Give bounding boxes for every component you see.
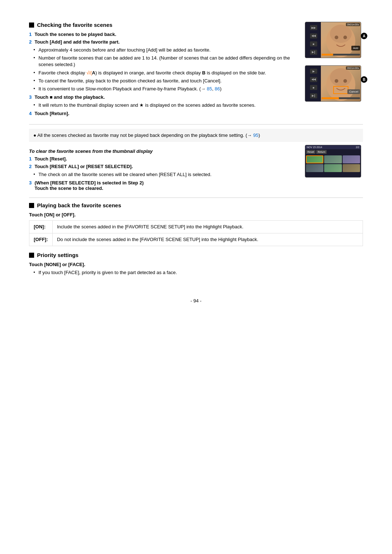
playing-touch-label: Touch [ON] or [OFF]. (29, 212, 363, 217)
step-3-text: Touch ■ and stop the playback. (34, 94, 105, 100)
progress-fill-a (322, 54, 333, 56)
cancel-btn-b: Cancel (347, 89, 360, 94)
page-content: Checking the favorite scenes 1 Touch the… (29, 22, 363, 304)
clear-step-1-line: 1 Touch [Reset]. (29, 156, 298, 162)
bullet-item: Favorite check display √/(A) is displaye… (33, 70, 298, 76)
clear-step-1: 1 Touch [Reset]. (29, 156, 298, 162)
thumb-1 (306, 155, 323, 163)
thumb-3 (343, 155, 360, 163)
progress-bar-a (322, 54, 360, 56)
reset-controls: Reset Return (305, 149, 361, 155)
svg-point-3 (343, 36, 347, 39)
step-4-block: 4 Touch [Return]. (29, 111, 298, 116)
clear-step-2-num: 2 (29, 164, 32, 169)
step-2-text: Touch [Add] and add the favorite part. (34, 39, 119, 45)
timestamp-a: 0h01m30s (346, 23, 360, 26)
priority-title: Priority settings (29, 252, 363, 258)
svg-point-1 (330, 25, 352, 43)
page-number: - 94 - (29, 298, 363, 304)
step-3-block: 3 Touch ■ and stop the playback. It will… (29, 94, 298, 109)
bullet-item: It will return to the thumbnail display … (33, 102, 298, 109)
step-2-block: 2 Touch [Add] and add the favorite part. (29, 39, 298, 45)
step-3-line: 3 Touch ■ and stop the playback. (29, 94, 298, 100)
screen-face-a (321, 22, 361, 58)
checking-title-text: Checking the favorite scenes (37, 22, 113, 28)
checking-bullets: Approximately 4 seconds before and after… (33, 47, 298, 92)
playing-section: Playing back the favorite scenes Touch [… (29, 202, 363, 246)
clear-bullet-2: The check on all the favorite scenes wil… (33, 171, 298, 178)
clear-step-3-bold: Touch the scene to be cleared. (34, 186, 103, 191)
all-scenes-note: ● All the scenes checked as favorite may… (29, 129, 363, 142)
off-key: [OFF]: (29, 233, 53, 246)
ref-link-95[interactable]: 95 (253, 133, 258, 138)
checking-text: Checking the favorite scenes 1 Touch the… (29, 22, 298, 118)
priority-bullet: If you touch [FACE], priority is given t… (33, 269, 363, 276)
ref-link-86[interactable]: 86 (215, 86, 220, 91)
add-btn-a: Add (351, 46, 360, 50)
progress-bar-b (322, 97, 360, 99)
step-3-bullets: It will return to the thumbnail display … (33, 102, 298, 109)
badge-b: B (361, 76, 367, 83)
step-4-num: 4 (29, 111, 32, 116)
screenshot-b: ▶ ◀◀ ■ ▶‖ (305, 65, 361, 102)
screenshot-a: ▶▶ ◀◀ ■ ▶‖ (305, 22, 361, 58)
step-2-line: 2 Touch [Add] and add the favorite part. (29, 39, 298, 45)
ctrl-rw: ◀◀ (310, 33, 317, 38)
step-1-line: 1 Touch the scenes to be played back. (29, 32, 298, 37)
svg-point-5 (330, 68, 352, 86)
bullet-item: To cancel the favorite, play back to the… (33, 78, 298, 84)
reset-screenshot: NOV 15 2014 2/2 Reset Return (305, 145, 361, 178)
bullet-item: It is convenient to use Slow-motion Play… (33, 86, 298, 92)
ctrl-stop: ■ (310, 41, 317, 46)
ctrl-play-b: ▶‖ (310, 93, 317, 98)
priority-icon (29, 253, 34, 258)
svg-point-6 (335, 79, 338, 83)
ctrl-play: ▶‖ (310, 50, 317, 55)
screen-controls-b: ▶ ◀◀ ■ ▶‖ (306, 66, 321, 101)
thumb-4 (306, 164, 323, 172)
ref-link-85[interactable]: 85 (207, 86, 212, 91)
step-3-num: 3 (29, 94, 32, 100)
thumb-5 (324, 164, 342, 172)
clear-italic-title: To clear the favorite scenes from the th… (29, 148, 298, 154)
on-off-table: [ON]: Include the scenes added in the [F… (29, 220, 363, 246)
bullet-item: Number of favorite scenes that can be ad… (33, 55, 298, 68)
ctrl-ff: ▶▶ (310, 25, 317, 30)
badge-a: A (361, 33, 367, 39)
step-1-text: Touch the scenes to be played back. (34, 32, 116, 37)
step-2-num: 2 (29, 39, 32, 45)
divider-2 (29, 197, 363, 198)
return-btn: Return (316, 150, 327, 154)
bullet-item: The check on all the favorite scenes wil… (33, 171, 298, 178)
ctrl-rw-b: ◀◀ (310, 77, 317, 82)
priority-section: Priority settings Touch [NONE] or [FACE]… (29, 252, 363, 276)
reset-btn: Reset (306, 150, 315, 154)
screenshot-a-wrapper: ▶▶ ◀◀ ■ ▶‖ (305, 22, 363, 58)
divider-1 (29, 124, 363, 125)
orange-check: √/( (86, 70, 92, 76)
screenshot-b-wrapper: ▶ ◀◀ ■ ▶‖ (305, 65, 363, 102)
clear-step-2-text: Touch [RESET ALL] or [RESET SELECTED]. (34, 164, 133, 169)
face-svg-b (323, 66, 359, 101)
thumbnail-grid (305, 155, 361, 173)
off-value: Do not include the scenes added in the [… (52, 233, 363, 246)
clear-step-3-text: (When [RESET SELECTED] is selected in St… (34, 180, 144, 191)
svg-point-2 (335, 36, 338, 39)
reset-page: 2/2 (356, 146, 359, 148)
thumb-6 (343, 164, 360, 172)
section-icon (29, 23, 34, 28)
playing-title: Playing back the favorite scenes (29, 202, 363, 208)
clear-step-3-note: (When [RESET SELECTED] is selected in St… (34, 180, 144, 186)
playing-title-text: Playing back the favorite scenes (37, 202, 121, 208)
clear-step-2: 2 Touch [RESET ALL] or [RESET SELECTED].… (29, 164, 298, 178)
reset-header: NOV 15 2014 2/2 (305, 145, 361, 149)
checking-title: Checking the favorite scenes (29, 22, 298, 28)
ctrl-stop-b: ■ (310, 85, 317, 90)
step-1-num: 1 (29, 32, 32, 37)
table-row-on: [ON]: Include the scenes added in the [F… (29, 221, 363, 233)
bullet-item: Approximately 4 seconds before and after… (33, 47, 298, 53)
step-4-line: 4 Touch [Return]. (29, 111, 298, 116)
table-row-off: [OFF]: Do not include the scenes added i… (29, 233, 363, 246)
on-key: [ON]: (29, 221, 53, 233)
clear-step-3-num: 3 (29, 180, 32, 186)
